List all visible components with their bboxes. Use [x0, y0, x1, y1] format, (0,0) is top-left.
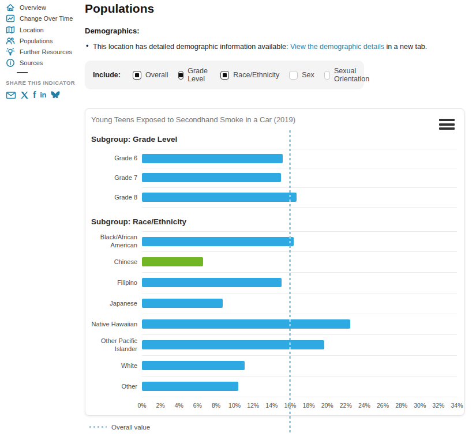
info-icon: [6, 58, 15, 67]
include-options: OverallGrade LevelRace/EthnicitySexSexua…: [133, 67, 372, 83]
include-checkbox-grade-level[interactable]: Grade Level: [178, 67, 211, 83]
value-bar: [142, 382, 238, 391]
subgroup-header: Subgroup: Grade Level: [91, 135, 457, 149]
x-axis-tick: 18%: [303, 402, 315, 409]
bar-row: Other: [90, 377, 457, 397]
chart-card: Young Teens Exposed to Secondhand Smoke …: [85, 108, 464, 416]
bar-track: [142, 252, 457, 273]
linkedin-icon[interactable]: in: [40, 90, 46, 100]
x-axis-tick: 32%: [432, 402, 444, 409]
sidebar-item-change-over-time[interactable]: Change Over Time: [6, 14, 82, 23]
checkbox-checked-icon: [220, 71, 229, 80]
demographics-bullet: •This location has detailed demographic …: [85, 43, 467, 51]
bar-track: [142, 149, 457, 168]
bar-track: [142, 293, 457, 314]
value-bar: [142, 361, 245, 370]
bullet-text-suffix: in a new tab.: [384, 43, 427, 51]
value-bar: [142, 237, 294, 246]
chart-body: Subgroup: Grade LevelGrade 6Grade 7Grade…: [90, 135, 457, 397]
main-content: Populations Demographics: •This location…: [85, 0, 467, 433]
x-axis-tick: 30%: [414, 402, 426, 409]
bar-track: [142, 168, 457, 188]
bar-track: [142, 231, 457, 252]
checkbox-checked-icon: [133, 71, 141, 80]
checkbox-unchecked-icon: [289, 71, 298, 80]
chart-wrapper: Young Teens Exposed to Secondhand Smoke …: [85, 108, 464, 433]
bar-row: Grade 7: [90, 168, 457, 188]
bar-row-label: Native Hawaiian: [90, 314, 137, 335]
include-checkbox-sexual-orientation[interactable]: Sexual Orientation: [324, 67, 372, 83]
checkbox-checked-icon: [178, 71, 184, 80]
x-axis-tick: 14%: [265, 402, 278, 409]
facebook-icon[interactable]: f: [33, 90, 36, 100]
bar-track: [142, 314, 457, 335]
include-checkbox-overall[interactable]: Overall: [133, 71, 168, 80]
bar-row-label: White: [90, 356, 137, 377]
sidebar-item-location[interactable]: Location: [6, 25, 82, 35]
sidebar-item-label: Further Resources: [20, 48, 72, 55]
sidebar-item-label: Overview: [20, 4, 46, 11]
bar-row: Chinese: [90, 252, 457, 273]
x-axis-tick: 22%: [340, 402, 352, 409]
bar-row-label: Japanese: [90, 293, 137, 314]
include-checkbox-label: Sexual Orientation: [334, 67, 372, 83]
overall-value-legend-label: Overall value: [111, 424, 150, 431]
x-axis-tick: 10%: [228, 402, 241, 409]
demographics-heading: Demographics:: [85, 27, 467, 35]
include-checkbox-label: Race/Ethnicity: [233, 71, 279, 79]
email-icon[interactable]: [6, 90, 16, 100]
sidebar-item-sources[interactable]: Sources: [6, 58, 82, 67]
share-icons-row: fin: [6, 90, 82, 100]
x-axis-tick: 16%: [284, 402, 296, 409]
overall-value-line-swatch: [89, 426, 107, 428]
include-checkbox-race/ethnicity[interactable]: Race/Ethnicity: [220, 71, 279, 80]
x-axis-tick: 24%: [358, 402, 370, 409]
value-bar: [142, 257, 203, 266]
home-icon: [6, 3, 15, 12]
chart-header: Young Teens Exposed to Secondhand Smoke …: [90, 115, 457, 132]
chart-legend: Overall value: [89, 421, 464, 433]
sidebar-item-label: Populations: [20, 37, 53, 44]
sidebar-item-label: Sources: [20, 59, 43, 66]
x-icon[interactable]: [20, 90, 29, 100]
sidebar-item-overview[interactable]: Overview: [6, 3, 82, 12]
bar-row-label: Grade 8: [90, 188, 137, 208]
value-bar: [142, 173, 281, 182]
sidebar-item-label: Change Over Time: [20, 15, 73, 22]
bar-row: Filipino: [90, 273, 457, 293]
x-axis-tick: 26%: [377, 402, 389, 409]
include-filter-bar: Include: OverallGrade LevelRace/Ethnicit…: [85, 61, 364, 89]
page-title: Populations: [85, 2, 467, 16]
x-axis-tick: 20%: [321, 402, 333, 409]
bar-row-label: Other Pacific Islander: [90, 335, 137, 356]
checkbox-unchecked-icon: [324, 71, 330, 80]
sidebar-item-populations[interactable]: Populations: [6, 36, 82, 46]
x-axis-tick: 4%: [175, 402, 183, 409]
bar-row-label: Grade 7: [90, 168, 137, 188]
x-axis-tick: 0%: [137, 402, 146, 409]
view-demographic-details-link[interactable]: View the demographic details: [290, 43, 384, 51]
bar-row-label: Black/African American: [90, 231, 137, 252]
x-axis-tick: 34%: [451, 402, 463, 409]
include-checkbox-sex[interactable]: Sex: [289, 71, 314, 80]
include-label: Include:: [93, 71, 121, 79]
sidebar: OverviewChange Over TimeLocationPopulati…: [6, 3, 82, 100]
value-bar: [142, 154, 283, 163]
x-axis-tick: 12%: [247, 402, 259, 409]
x-axis: 0%2%4%6%8%10%12%14%16%18%20%22%24%26%28%…: [142, 397, 457, 413]
sidebar-nav: OverviewChange Over TimeLocationPopulati…: [6, 3, 82, 67]
bluesky-icon[interactable]: [50, 90, 61, 100]
include-checkbox-label: Grade Level: [188, 67, 211, 83]
sidebar-item-further-resources[interactable]: Further Resources: [6, 47, 82, 57]
bar-row: Grade 6: [90, 149, 457, 168]
bar-row: Native Hawaiian: [90, 314, 457, 335]
bar-row: Black/African American: [90, 231, 457, 252]
x-axis-tick: 8%: [212, 402, 220, 409]
bullet-text-prefix: This location has detailed demographic i…: [93, 43, 290, 51]
share-indicator-label: SHARE THIS INDICATOR: [6, 80, 82, 86]
bar-track: [142, 356, 457, 377]
chart-menu-icon[interactable]: [439, 119, 455, 132]
bar-track: [142, 188, 457, 208]
value-bar: [142, 319, 350, 329]
line-chart-icon: [6, 14, 15, 23]
